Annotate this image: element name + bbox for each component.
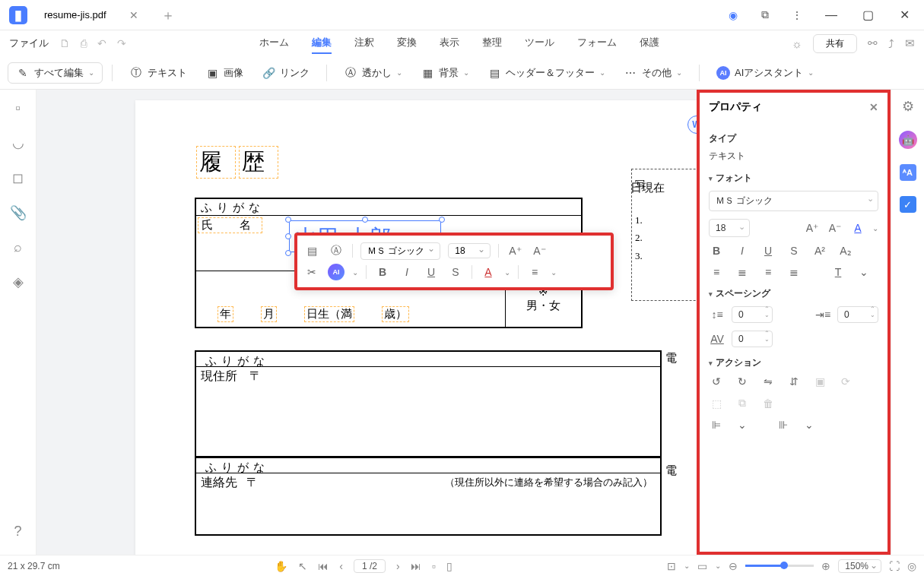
align-left-button[interactable]: ≡ bbox=[709, 266, 724, 278]
share-link-icon[interactable]: ⚯ bbox=[868, 36, 878, 50]
rotate-left-button[interactable]: ↺ bbox=[709, 375, 724, 388]
document-canvas[interactable]: W 履歴 日現在 ふりがな 氏 名 年 月 日生（満 bbox=[37, 90, 924, 555]
share-button[interactable]: 共有 bbox=[813, 34, 857, 53]
panel-close-icon[interactable]: ✕ bbox=[869, 101, 878, 113]
first-page-icon[interactable]: ⏮ bbox=[318, 560, 329, 572]
italic-icon[interactable]: I bbox=[398, 264, 415, 280]
strike-button[interactable]: S bbox=[786, 245, 802, 257]
mail-icon[interactable]: ✉ bbox=[905, 36, 915, 50]
strikethrough-icon[interactable]: S bbox=[447, 264, 464, 280]
lightbulb-icon[interactable]: ☼ bbox=[792, 37, 802, 50]
tab-convert[interactable]: 変換 bbox=[397, 33, 417, 54]
subscript-button[interactable]: A₂ bbox=[838, 245, 853, 257]
new-tab-button[interactable]: ＋ bbox=[157, 6, 179, 24]
ai-mini-icon[interactable]: AI bbox=[328, 264, 345, 280]
italic-button[interactable]: I bbox=[735, 245, 750, 257]
fullscreen-icon[interactable]: ⛶ bbox=[889, 560, 900, 572]
cut-icon[interactable]: ✂ bbox=[303, 264, 320, 280]
upload-icon[interactable]: ⤴ bbox=[888, 37, 894, 50]
grow-font-icon[interactable]: A⁺ bbox=[804, 220, 821, 236]
panel-size-select[interactable]: 18 bbox=[709, 219, 750, 237]
tab-close-icon[interactable]: ✕ bbox=[129, 9, 138, 21]
copy-button[interactable]: ⧉ bbox=[735, 397, 750, 410]
attachment-icon[interactable]: 📎 bbox=[10, 204, 27, 221]
undo-icon[interactable]: ↶ bbox=[97, 37, 106, 49]
zoom-slider[interactable] bbox=[745, 565, 814, 567]
background-button[interactable]: ▦背景⌄ bbox=[413, 63, 477, 83]
tab-protect[interactable]: 保護 bbox=[640, 33, 659, 54]
flip-v-button[interactable]: ⇵ bbox=[786, 375, 802, 388]
replace-button[interactable]: ⟳ bbox=[838, 375, 853, 388]
decrease-font-icon[interactable]: A⁻ bbox=[531, 242, 548, 259]
furigana-label[interactable]: ふりがな bbox=[196, 199, 269, 215]
rotate-right-button[interactable]: ↻ bbox=[735, 375, 750, 388]
check-icon[interactable]: ✓ bbox=[900, 196, 916, 213]
file-tab[interactable]: resume-jis.pdf ✕ bbox=[33, 2, 149, 29]
window-maximize-button[interactable]: ▢ bbox=[854, 0, 881, 30]
ai-assistant-button[interactable]: AIAIアシスタント⌄ bbox=[709, 63, 821, 83]
font-family-select[interactable]: ＭＳ ゴシック bbox=[360, 242, 440, 260]
extract-button[interactable]: ⬚ bbox=[709, 397, 724, 410]
line-spacing-input[interactable]: 0 bbox=[732, 306, 773, 323]
align-h-button[interactable]: ⊫ bbox=[709, 419, 724, 431]
watermark-button[interactable]: Ⓐ透かし⌄ bbox=[336, 63, 410, 83]
other-button[interactable]: ⋯その他⌄ bbox=[616, 63, 690, 83]
header-footer-button[interactable]: ▤ヘッダー＆フッター⌄ bbox=[480, 63, 613, 83]
case-icon[interactable]: Ⓐ bbox=[328, 242, 345, 259]
text-button[interactable]: Ⓣテキスト bbox=[122, 63, 195, 83]
name-label[interactable]: 氏 名 bbox=[198, 217, 262, 233]
postcode-mark[interactable]: 〒 bbox=[249, 369, 262, 382]
char-spacing-input[interactable]: 0 bbox=[732, 331, 773, 347]
fit-width-icon[interactable]: ⊡ bbox=[667, 560, 676, 572]
flip-h-button[interactable]: ⇋ bbox=[760, 375, 776, 388]
file-menu[interactable]: ファイル bbox=[9, 36, 49, 50]
tab-tools[interactable]: ツール bbox=[525, 33, 554, 54]
print-icon[interactable]: ⎙ bbox=[81, 37, 87, 49]
save-icon[interactable]: 🗋 bbox=[59, 37, 70, 49]
text-transform-button[interactable]: T bbox=[830, 266, 846, 278]
more-menu-icon[interactable]: ⋮ bbox=[786, 4, 808, 27]
delete-button[interactable]: 🗑 bbox=[760, 397, 776, 410]
ai-chat-icon[interactable]: 🤖 bbox=[899, 131, 917, 149]
shrink-font-icon[interactable]: A⁻ bbox=[827, 220, 843, 236]
bookmark-icon[interactable]: ◡ bbox=[12, 135, 24, 151]
align-right-button[interactable]: ≡ bbox=[760, 266, 776, 278]
photo-box[interactable]: 写1.2.3. bbox=[631, 169, 707, 301]
align-icon[interactable]: ≡ bbox=[526, 264, 543, 280]
bold-button[interactable]: B bbox=[709, 245, 724, 257]
paragraph-icon[interactable]: ▤ bbox=[303, 242, 320, 259]
font-color-icon[interactable]: A bbox=[480, 264, 497, 280]
zoom-in-icon[interactable]: ⊕ bbox=[821, 560, 830, 572]
panel-font-select[interactable]: ＭＳ ゴシック bbox=[709, 191, 878, 211]
tab-form[interactable]: フォーム bbox=[577, 33, 617, 54]
read-mode-icon[interactable]: ▭ bbox=[697, 560, 707, 572]
indent-input[interactable]: 0 bbox=[837, 306, 878, 323]
next-page-icon[interactable]: › bbox=[396, 560, 400, 572]
address-label[interactable]: 現住所 bbox=[201, 369, 237, 382]
contact-note[interactable]: （現住所以外に連絡を希望する場合のみ記入） bbox=[442, 475, 656, 533]
tab-annotate[interactable]: 注釈 bbox=[354, 33, 374, 54]
tab-edit[interactable]: 編集 bbox=[312, 33, 332, 54]
zoom-out-icon[interactable]: ⊖ bbox=[729, 560, 738, 572]
align-center-button[interactable]: ≣ bbox=[735, 266, 750, 278]
tab-home[interactable]: ホーム bbox=[259, 33, 289, 54]
underline-button[interactable]: U bbox=[760, 245, 776, 257]
image-button[interactable]: ▣画像 bbox=[198, 63, 251, 83]
target-icon[interactable]: ◎ bbox=[907, 560, 916, 572]
align-v-button[interactable]: ⊪ bbox=[776, 419, 791, 431]
phone-label-2[interactable]: 電 bbox=[662, 464, 680, 482]
underline-icon[interactable]: U bbox=[423, 264, 440, 280]
tab-view[interactable]: 表示 bbox=[440, 33, 459, 54]
zoom-level-select[interactable]: 150% bbox=[838, 559, 881, 573]
bold-icon[interactable]: B bbox=[374, 264, 391, 280]
window-close-button[interactable]: ✕ bbox=[891, 0, 918, 30]
hand-tool-icon[interactable]: ✋ bbox=[275, 560, 287, 572]
font-size-select[interactable]: 18 bbox=[448, 243, 491, 258]
crop-button[interactable]: ▣ bbox=[812, 375, 827, 388]
tab-organize[interactable]: 整理 bbox=[482, 33, 502, 54]
link-button[interactable]: 🔗リンク bbox=[254, 63, 317, 83]
redo-icon[interactable]: ↷ bbox=[117, 37, 126, 49]
text-color-icon[interactable]: A bbox=[849, 220, 866, 236]
window-minimize-button[interactable]: — bbox=[818, 0, 845, 30]
search-icon[interactable]: ⌕ bbox=[14, 239, 22, 255]
